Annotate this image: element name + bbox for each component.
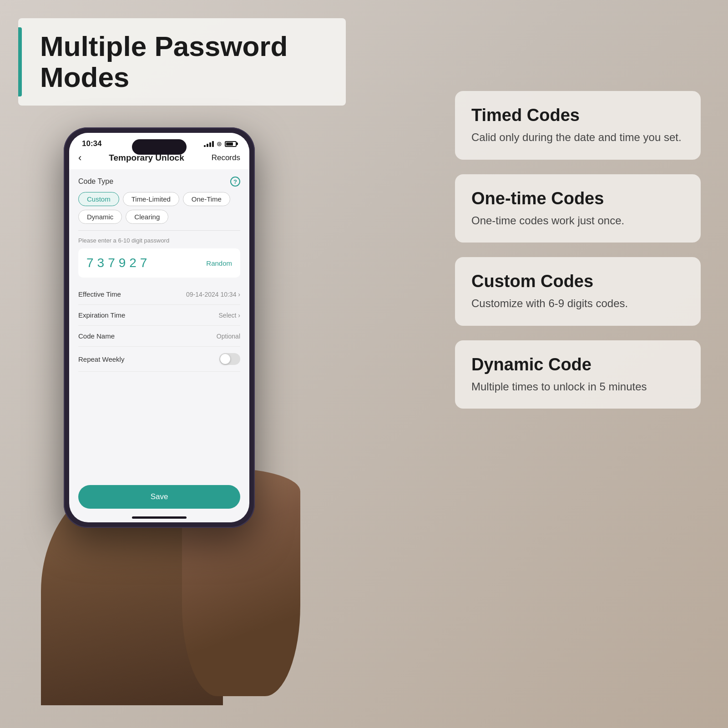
code-type-dynamic[interactable]: Dynamic <box>78 210 122 224</box>
repeat-weekly-toggle[interactable] <box>219 353 240 365</box>
title-accent <box>18 27 22 96</box>
home-indicator <box>132 516 187 519</box>
page-title: Multiple Password Modes <box>40 31 324 93</box>
expiration-time-label: Expiration Time <box>78 311 125 319</box>
app-content: Code Type ? Custom Time-Limited One-Time… <box>69 169 249 379</box>
timed-codes-desc: Calid only during the date and time you … <box>471 130 684 145</box>
timed-codes-card: Timed Codes Calid only during the date a… <box>455 91 701 160</box>
password-value[interactable]: 737927 <box>86 256 151 270</box>
status-icons: ⊛ <box>204 140 237 147</box>
save-button[interactable]: Save <box>78 485 240 509</box>
divider-1 <box>78 230 240 231</box>
one-time-codes-card: One-time Codes One-time codes work just … <box>455 174 701 243</box>
code-type-one-time[interactable]: One-Time <box>183 192 230 206</box>
custom-codes-title: Custom Codes <box>471 272 684 291</box>
phone-screen: 10:34 ⊛ ‹ Temporary Unloc <box>69 133 249 522</box>
one-time-codes-title: One-time Codes <box>471 189 684 208</box>
code-name-label: Code Name <box>78 332 115 340</box>
dynamic-code-desc: Multiple times to unlock in 5 minutes <box>471 379 684 394</box>
expiration-time-row[interactable]: Expiration Time Select › <box>78 305 240 326</box>
dynamic-island <box>132 139 187 155</box>
save-btn-area: Save <box>69 485 249 509</box>
code-type-time-limited[interactable]: Time-Limited <box>123 192 179 206</box>
code-types-container: Custom Time-Limited One-Time Dynamic Cle… <box>78 192 240 224</box>
code-type-header: Code Type ? <box>78 177 240 187</box>
signal-icon <box>204 141 214 147</box>
dynamic-code-title: Dynamic Code <box>471 355 684 374</box>
records-button[interactable]: Records <box>212 153 240 162</box>
code-type-clearing[interactable]: Clearing <box>126 210 168 224</box>
effective-time-value: 09-14-2024 10:34 › <box>186 291 240 298</box>
random-button[interactable]: Random <box>206 259 232 267</box>
code-name-row[interactable]: Code Name Optional <box>78 326 240 347</box>
battery-icon <box>225 141 237 147</box>
custom-codes-desc: Customize with 6-9 digits codes. <box>471 296 684 311</box>
code-type-label: Code Type <box>78 177 113 186</box>
phone-area: 10:34 ⊛ ‹ Temporary Unloc <box>27 91 309 705</box>
effective-time-row[interactable]: Effective Time 09-14-2024 10:34 › <box>78 284 240 305</box>
effective-time-label: Effective Time <box>78 290 121 298</box>
toggle-knob <box>220 354 230 364</box>
code-name-value: Optional <box>217 333 240 340</box>
repeat-weekly-label: Repeat Weekly <box>78 355 124 363</box>
expiration-time-value: Select › <box>219 312 240 319</box>
phone-device: 10:34 ⊛ ‹ Temporary Unloc <box>64 127 255 528</box>
custom-codes-card: Custom Codes Customize with 6-9 digits c… <box>455 257 701 326</box>
repeat-weekly-row: Repeat Weekly <box>78 347 240 372</box>
password-display: 737927 Random <box>78 248 240 278</box>
one-time-codes-desc: One-time codes work just once. <box>471 213 684 228</box>
wifi-icon: ⊛ <box>217 140 222 147</box>
dynamic-code-card: Dynamic Code Multiple times to unlock in… <box>455 340 701 409</box>
timed-codes-title: Timed Codes <box>471 106 684 125</box>
info-cards: Timed Codes Calid only during the date a… <box>455 91 701 409</box>
status-time: 10:34 <box>82 139 101 148</box>
back-button[interactable]: ‹ <box>78 152 81 164</box>
code-type-custom[interactable]: Custom <box>78 192 119 206</box>
help-icon[interactable]: ? <box>230 177 240 187</box>
password-hint: Please enter a 6-10 digit password <box>78 237 240 244</box>
